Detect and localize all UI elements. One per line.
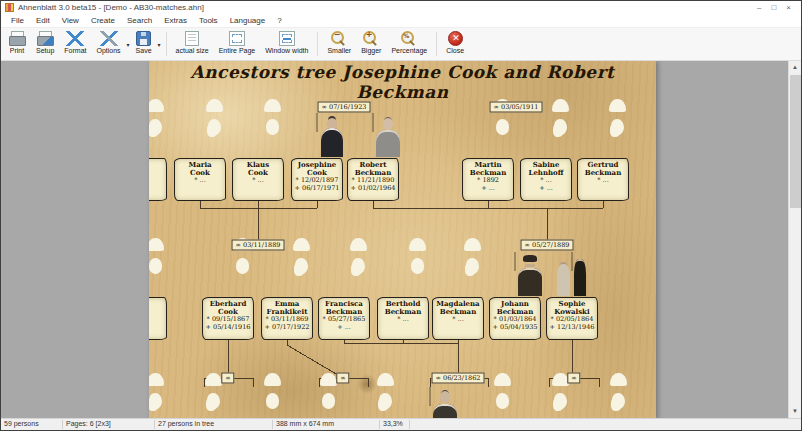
menu-item-edit[interactable]: Edit	[30, 16, 56, 25]
toolbar-button-label: Percentage	[391, 47, 427, 54]
person-box: RobertBeckman* 11/21/1890+ 01/02/1964	[347, 158, 399, 201]
menu-item-create[interactable]: Create	[85, 16, 121, 25]
person-box: MagdalenaBeckman* ...	[432, 297, 484, 340]
percentage-button[interactable]: %Percentage	[387, 29, 431, 59]
bigger-button[interactable]: +Bigger	[357, 29, 385, 59]
scrollbar-thumb[interactable]	[790, 75, 801, 208]
person-box: EmmaFrankikeit* 03/11/1869+ 07/17/1922	[261, 297, 313, 340]
tree-title: Ancestors tree Josephine Cook and Robert…	[149, 62, 656, 102]
toolbar-button-label: Window width	[265, 47, 308, 54]
marriage-label: ∞ 07/16/1923	[318, 102, 371, 113]
toolbar-button-label: Save	[136, 47, 152, 54]
photo-man-portrait	[372, 114, 374, 132]
entire-page-button[interactable]: Entire Page	[215, 29, 260, 59]
dropdown-arrow-icon[interactable]: ▾	[158, 41, 161, 48]
menu-item-search[interactable]: Search	[121, 16, 158, 25]
person-box: EberhardCook* 09/15/1867+ 05/14/1916	[202, 297, 254, 340]
close-button[interactable]: ✕Close	[442, 29, 468, 59]
print-button[interactable]: Print	[4, 29, 30, 59]
options-icon	[100, 31, 118, 46]
person-box	[149, 297, 167, 340]
person-box: MartinBeckman* 1892+ ...	[462, 158, 514, 201]
format-button[interactable]: Format	[60, 29, 90, 59]
marriage-label: ∞	[336, 373, 349, 384]
toolbar-button-label: Setup	[36, 47, 54, 54]
dropdown-arrow-icon[interactable]: ▾	[127, 41, 130, 48]
format-icon	[66, 31, 84, 46]
title-bar: Ahnenblatt 3.0 beta15 - [Demo - AB30-mat…	[1, 1, 801, 14]
status-field: Pages: 6 [2x3]	[66, 420, 111, 427]
toolbar-separator	[166, 32, 167, 56]
toolbar-button-label: Print	[10, 47, 24, 54]
person-box: KlausCook* ...	[232, 158, 284, 201]
menu-item-language[interactable]: Language	[224, 16, 272, 25]
save-button[interactable]: Save	[132, 29, 156, 59]
smaller-button[interactable]: −Smaller	[323, 29, 355, 59]
toolbar-button-label: Smaller	[327, 47, 351, 54]
menu-item-extras[interactable]: Extras	[158, 16, 193, 25]
person-box: MariaCook* ...	[174, 158, 226, 201]
app-window: Ahnenblatt 3.0 beta15 - [Demo - AB30-mat…	[0, 0, 802, 431]
status-separator	[379, 420, 380, 429]
toolbar-button-label: Format	[64, 47, 86, 54]
toolbar-button-label: Bigger	[361, 47, 381, 54]
zoom-in-icon: +	[362, 31, 380, 46]
marriage-label: ∞ 03/05/1911	[490, 102, 543, 113]
menu-item-file[interactable]: File	[5, 16, 30, 25]
maximize-icon[interactable]: □	[771, 2, 776, 13]
zoom-out-icon: −	[330, 31, 348, 46]
window-title: Ahnenblatt 3.0 beta15 - [Demo - AB30-mat…	[18, 3, 757, 12]
person-box: SophieKowalski* 02/05/1864+ 12/13/1946	[546, 297, 598, 340]
person-box: GertrudBeckman* ...	[577, 158, 629, 201]
print-icon	[8, 31, 26, 46]
options-button[interactable]: Options	[92, 29, 124, 59]
photo-couple-portrait	[571, 253, 573, 271]
menu-item-tools[interactable]: Tools	[193, 16, 224, 25]
marriage-label: ∞ 05/27/1889	[521, 240, 574, 251]
toolbar-button-label: Close	[446, 47, 464, 54]
vertical-scrollbar[interactable]: ▲ ▼	[788, 61, 801, 418]
marriage-label: ∞	[221, 373, 234, 384]
toolbar-button-label: Options	[96, 47, 120, 54]
status-separator	[409, 420, 410, 429]
menu-item-[interactable]: ?	[271, 16, 287, 25]
setup-icon	[36, 31, 54, 46]
actual-size-button[interactable]: actual size	[172, 29, 213, 59]
status-separator	[154, 420, 155, 429]
toolbar-button-label: actual size	[176, 47, 209, 54]
close-window-icon[interactable]: ×	[786, 2, 791, 13]
toolbar: PrintSetupFormatOptions▾Save▾actual size…	[1, 27, 801, 61]
tree-connector-lines	[149, 61, 656, 418]
photo-woman-portrait	[316, 114, 318, 132]
zoom-percent-icon: %	[400, 31, 418, 46]
status-separator	[62, 420, 63, 429]
page-width-icon	[279, 31, 295, 46]
window-width-button[interactable]: Window width	[261, 29, 312, 59]
setup-button[interactable]: Setup	[32, 29, 58, 59]
marriage-label: ∞ 06/23/1862	[432, 373, 485, 384]
status-field: 33,3%	[383, 420, 403, 427]
person-box: JohannBeckman* 01/03/1864+ 05/04/1935	[489, 297, 541, 340]
status-bar: 59 personsPages: 6 [2x3]27 persons in tr…	[1, 418, 801, 430]
close-icon: ✕	[448, 31, 463, 46]
preview-area: Ancestors tree Josephine Cook and Robert…	[1, 61, 801, 418]
marriage-label: ∞	[567, 373, 580, 384]
minimize-icon[interactable]: –	[757, 2, 761, 13]
app-icon	[5, 3, 14, 12]
page-entire-icon	[229, 31, 245, 46]
toolbar-button-label: Entire Page	[219, 47, 256, 54]
menu-item-view[interactable]: View	[56, 16, 85, 25]
marriage-label: ∞ 03/11/1889	[232, 240, 285, 251]
toolbar-separator	[317, 32, 318, 56]
status-field: 59 persons	[4, 420, 39, 427]
document-page: Ancestors tree Josephine Cook and Robert…	[149, 61, 656, 418]
status-field: 27 persons in tree	[158, 420, 214, 427]
scroll-down-icon[interactable]: ▼	[789, 405, 801, 418]
status-separator	[272, 420, 273, 429]
status-field: 388 mm x 674 mm	[276, 420, 334, 427]
person-box: BertholdBeckman* ...	[377, 297, 429, 340]
person-box	[149, 158, 167, 201]
scroll-up-icon[interactable]: ▲	[789, 61, 801, 74]
person-box: JosephineCook* 12/02/1897+ 06/17/1971	[291, 158, 343, 201]
person-box: SabineLehnhoff* ...+ ...	[520, 158, 572, 201]
